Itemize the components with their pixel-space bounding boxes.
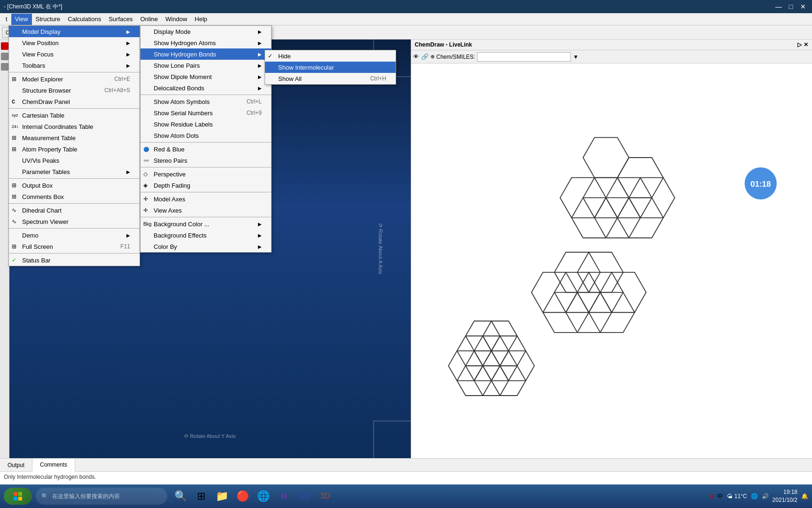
menu-parameter-tables[interactable]: Parameter Tables ▶ — [9, 166, 140, 177]
close-btn[interactable]: ✕ — [798, 1, 808, 12]
hbond-show-all[interactable]: Show All Ctrl+H — [265, 73, 396, 84]
menu-item-view[interactable]: View — [11, 14, 32, 25]
menu-dihedral-chart[interactable]: ∿ Dihedral Chart — [9, 205, 140, 216]
hbond-hide-check: ✓ — [268, 53, 273, 59]
tray-notification[interactable]: 🔔 — [801, 493, 808, 500]
measurement-label: Measurement Table — [22, 135, 76, 142]
taskbar-3d-icon[interactable]: 3D — [316, 487, 335, 506]
menu-item-surfaces[interactable]: Surfaces — [105, 14, 136, 25]
submenu-color-by[interactable]: Color By ▶ — [141, 241, 271, 252]
menu-atom-property[interactable]: ⊞ Atom Property Table — [9, 143, 140, 155]
taskbar-cd3d[interactable]: CD — [295, 487, 314, 506]
menu-item-structure[interactable]: Structure — [32, 14, 64, 25]
menu-chemdraw-panel[interactable]: C ChemDraw Panel — [9, 96, 140, 107]
clock-date: 2021/10/2 — [773, 496, 797, 504]
minimize-btn[interactable]: — — [773, 1, 784, 12]
menu-full-screen[interactable]: ⊞ Full Screen F11 — [9, 241, 140, 252]
menu-spectrum-viewer[interactable]: ∿ Spectrum Viewer — [9, 216, 140, 227]
delocalized-bonds-label: Delocalized Bonds — [154, 85, 204, 92]
maximize-btn[interactable]: □ — [786, 1, 796, 12]
cartesian-label: Cartesian Table — [22, 112, 64, 119]
menu-model-explorer[interactable]: ⊞ Model Explorer Ctrl+E — [9, 73, 140, 85]
hbond-show-all-shortcut: Ctrl+H — [370, 75, 386, 82]
chemdraw-canvas[interactable]: 01:18 — [411, 64, 812, 458]
show-dipole-moment-arrow: ▶ — [258, 74, 262, 79]
submenu-show-lone-pairs[interactable]: Show Lone Pairs ▶ — [141, 60, 271, 71]
panel-expand-btn[interactable]: ▷ — [797, 41, 802, 48]
delocalized-bonds-arrow: ▶ — [258, 86, 262, 91]
taskbar-search-icon[interactable]: 🔍 — [171, 487, 190, 506]
submenu-delocalized-bonds[interactable]: Delocalized Bonds ▶ — [141, 82, 271, 94]
sub-sep-1 — [141, 95, 271, 95]
tab-output[interactable]: Output — [0, 459, 32, 472]
smiles-dropdown[interactable]: ▼ — [573, 54, 578, 60]
menu-item-calculations[interactable]: Calculations — [64, 14, 105, 25]
weather-temp: 11°C — [734, 493, 747, 500]
model-explorer-label: Model Explorer — [22, 76, 63, 83]
submenu-show-hydrogen-atoms[interactable]: Show Hydrogen Atoms ▶ — [141, 37, 271, 48]
chemdraw-tool-eye[interactable]: 👁 — [413, 53, 419, 60]
start-button[interactable] — [4, 488, 32, 505]
menu-item-t[interactable]: t — [2, 14, 11, 25]
menu-comments-box[interactable]: ⊞ Comments Box — [9, 191, 140, 202]
smiles-input[interactable] — [477, 52, 571, 62]
menu-status-bar[interactable]: ✓ Status Bar — [9, 254, 140, 266]
taskbar-clock[interactable]: 19:18 2021/10/2 — [773, 488, 797, 504]
show-lone-pairs-label: Show Lone Pairs — [154, 62, 200, 69]
menu-model-display[interactable]: Model Display ▶ — [9, 26, 140, 37]
panel-close-btn[interactable]: ✕ — [804, 41, 808, 48]
status-bar-label: Status Bar — [22, 257, 51, 264]
output-text: Only Intermolecular hydrogen bonds. — [4, 474, 96, 480]
taskbar-search-box[interactable]: 🔍 在这里输入你要搜索的内容 — [36, 488, 167, 505]
submenu-display-mode[interactable]: Display Mode ▶ — [141, 26, 271, 37]
taskbar-file-explorer[interactable]: 📁 — [212, 487, 231, 506]
menu-structure-browser[interactable]: Structure Browser Ctrl+Alt+S — [9, 85, 140, 96]
taskbar-onenote[interactable]: N — [274, 487, 293, 506]
menu-item-window[interactable]: Window — [162, 14, 191, 25]
submenu-show-serial-numbers[interactable]: Show Serial Numbers Ctrl+9 — [141, 107, 271, 119]
perspective-label: Perspective — [154, 171, 186, 178]
demo-arrow: ▶ — [126, 233, 130, 238]
sidebar-icon-1[interactable] — [1, 42, 8, 50]
submenu-show-hydrogen-bonds[interactable]: Show Hydrogen Bonds ▶ — [141, 48, 271, 60]
taskbar-red-icon[interactable]: 🔴 — [233, 487, 252, 506]
taskbar-taskview-icon[interactable]: ⊞ — [192, 487, 211, 506]
menu-demo[interactable]: Demo ▶ — [9, 230, 140, 241]
menu-toolbars[interactable]: Toolbars ▶ — [9, 60, 140, 71]
taskbar-chrome[interactable]: 🌐 — [254, 487, 273, 506]
tab-comments[interactable]: Comments — [32, 459, 75, 472]
bg-color-icon: Bkg — [143, 222, 151, 227]
sidebar-icon-3[interactable] — [1, 63, 8, 71]
menu-measurement-table[interactable]: ⊞ Measurement Table — [9, 132, 140, 143]
submenu-background-color[interactable]: Bkg Background Color ... ▶ — [141, 218, 271, 230]
submenu-depth-fading[interactable]: ◈ Depth Fading — [141, 180, 271, 191]
menu-view-position[interactable]: View Position ▶ — [9, 37, 140, 48]
menu-uv-vis[interactable]: UV/Vis Peaks — [9, 155, 140, 166]
menu-output-box[interactable]: ⊞ Output Box — [9, 180, 140, 191]
hbond-hide[interactable]: ✓ Hide — [265, 50, 396, 62]
menu-item-online[interactable]: Online — [136, 14, 162, 25]
menu-view-focus[interactable]: View Focus ▶ — [9, 48, 140, 60]
hbond-intermolecular-label: Show Intermolecular — [278, 64, 334, 71]
show-atom-dots-label: Show Atom Dots — [154, 132, 199, 139]
chemdraw-tool-link[interactable]: 🔗 — [421, 53, 429, 60]
menu-internal-coords[interactable]: 24↕ Internal Coordinates Table — [9, 121, 140, 132]
show-atom-symbols-label: Show Atom Symbols — [154, 98, 210, 105]
submenu-model-axes[interactable]: ✛ Model Axes — [141, 193, 271, 205]
view-position-label: View Position — [22, 40, 59, 47]
taskbar-right: 🌤 11°C 🌐 🔊 19:18 2021/10/2 🔔 — [727, 488, 808, 504]
submenu-show-atom-symbols[interactable]: Show Atom Symbols Ctrl+L — [141, 96, 271, 107]
submenu-show-residue-labels[interactable]: Show Residue Labels — [141, 119, 271, 130]
submenu-perspective[interactable]: ◇ Perspective — [141, 168, 271, 180]
submenu-show-atom-dots[interactable]: Show Atom Dots — [141, 130, 271, 141]
menu-cartesian-table[interactable]: xyz Cartesian Table — [9, 110, 140, 121]
submenu-view-axes[interactable]: ✛ View Axes — [141, 205, 271, 216]
sidebar-icon-2[interactable] — [1, 53, 8, 60]
hbond-show-intermolecular[interactable]: Show Intermolecular — [265, 62, 396, 73]
menu-item-help[interactable]: Help — [191, 14, 211, 25]
submenu-stereo-pairs[interactable]: 👓 Stereo Pairs — [141, 155, 271, 166]
submenu-show-dipole-moment[interactable]: Show Dipole Moment ▶ — [141, 71, 271, 82]
submenu-red-blue[interactable]: 🔵 Red & Blue — [141, 143, 271, 155]
submenu-background-effects[interactable]: Background Effects ▶ — [141, 230, 271, 241]
chemdraw-toolbar: 👁 🔗 ⊕ Chem/SMILES: ▼ — [411, 50, 812, 64]
